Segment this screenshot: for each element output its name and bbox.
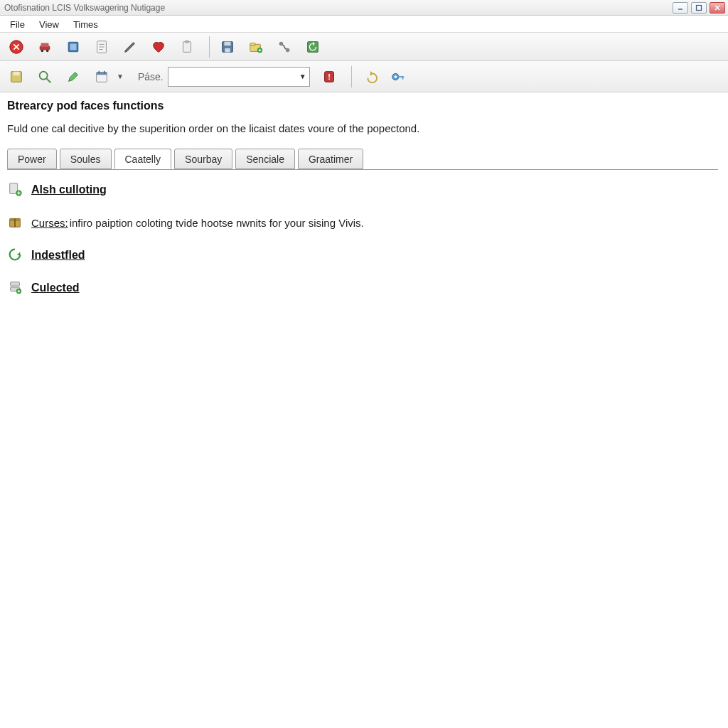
close-button[interactable] [710, 2, 725, 14]
tab-power[interactable]: Power [7, 149, 57, 169]
svg-rect-50 [14, 218, 16, 227]
svg-point-10 [46, 49, 49, 52]
toolbar-primary [0, 33, 728, 61]
svg-rect-23 [250, 43, 255, 46]
chevron-down-icon: ▼ [299, 73, 306, 80]
calendar-icon[interactable] [90, 65, 114, 89]
window-controls [673, 2, 725, 14]
svg-rect-20 [224, 41, 230, 46]
document-icon[interactable] [90, 35, 114, 59]
module-icon[interactable] [61, 35, 85, 59]
maximize-button[interactable] [691, 2, 707, 14]
svg-rect-31 [13, 71, 19, 75]
svg-point-41 [394, 75, 397, 78]
heart-icon[interactable] [146, 35, 171, 59]
toolbar-secondary: ▼ Páse. ▼ ! [0, 61, 728, 92]
item-label: Indestfled [31, 249, 85, 262]
item-prefix: Curses: [31, 217, 68, 229]
tab-caatelly[interactable]: Caatelly [114, 149, 172, 169]
book-plus-icon [7, 181, 24, 198]
page-combo[interactable]: ▼ [168, 67, 310, 87]
svg-rect-1 [697, 5, 702, 10]
save-disk-icon[interactable] [215, 35, 240, 59]
svg-rect-35 [97, 72, 107, 75]
toolbar-separator-2 [351, 66, 352, 87]
page-title: Btrearcy pod faces functions [7, 100, 718, 112]
refresh-disk-icon[interactable] [301, 35, 325, 59]
svg-text:!: ! [328, 72, 331, 80]
tab-graatimer[interactable]: Graatimer [298, 149, 363, 169]
folder-plus-icon[interactable] [244, 35, 268, 59]
content-area: Btrearcy pod faces functions Fuld one ca… [0, 92, 728, 296]
item-indestfled[interactable]: Indestfled [7, 247, 718, 264]
tab-strip: Power Soules Caatelly Sourbay Senciale G… [7, 149, 718, 170]
item-alsh-culloting[interactable]: Alsh culloting [7, 181, 718, 198]
svg-point-32 [40, 71, 48, 79]
alert-red-icon[interactable]: ! [317, 65, 341, 89]
magnifier-icon[interactable] [33, 65, 57, 89]
menu-bar: File View Times [0, 16, 728, 33]
item-label: Culected [31, 282, 80, 294]
title-bar: Otofisnation LCIS Volkswagering Nutigage [0, 0, 728, 16]
item-label: Alsh culloting [31, 183, 107, 196]
menu-file[interactable]: File [3, 16, 32, 32]
key-icon[interactable] [386, 65, 410, 89]
undo-arrow-icon[interactable] [358, 65, 382, 89]
svg-point-9 [41, 49, 44, 52]
tab-soules[interactable]: Soules [60, 149, 112, 169]
tab-senciale[interactable]: Senciale [235, 149, 295, 169]
svg-rect-21 [225, 48, 230, 52]
menu-view[interactable]: View [32, 16, 66, 32]
server-icon [7, 279, 24, 296]
svg-rect-43 [402, 76, 403, 80]
item-culected[interactable]: Culected [7, 279, 718, 296]
svg-rect-8 [41, 43, 49, 47]
svg-rect-12 [70, 43, 76, 50]
pencil-icon[interactable] [118, 35, 142, 59]
svg-rect-51 [11, 282, 20, 287]
toolbar-separator [209, 36, 210, 58]
package-icon [7, 214, 24, 231]
svg-line-33 [47, 78, 51, 82]
menu-times[interactable]: Times [66, 16, 105, 32]
window-title: Otofisnation LCIS Volkswagering Nutigage [4, 3, 165, 13]
combo-label: Páse. [138, 71, 164, 82]
item-curses[interactable]: Curses: infiro paiption coloting tvide h… [7, 214, 718, 231]
item-tail: infiro paiption coloting tvide hootse nw… [70, 217, 364, 229]
tab-sourbay[interactable]: Sourbay [174, 149, 232, 169]
minimize-button[interactable] [673, 2, 688, 14]
highlighter-icon[interactable] [61, 65, 85, 89]
close-round-icon[interactable] [4, 35, 28, 59]
page-description: Fuld one cal decitive by the superition … [7, 122, 718, 134]
clipboard-icon[interactable] [175, 35, 199, 59]
car-icon[interactable] [33, 35, 57, 59]
disk-icon[interactable] [4, 65, 28, 89]
calendar-dropdown-arrow[interactable]: ▼ [117, 73, 124, 80]
recycle-icon [7, 247, 24, 264]
svg-rect-18 [185, 40, 189, 43]
connector-icon[interactable] [272, 35, 296, 59]
svg-rect-17 [183, 41, 191, 52]
